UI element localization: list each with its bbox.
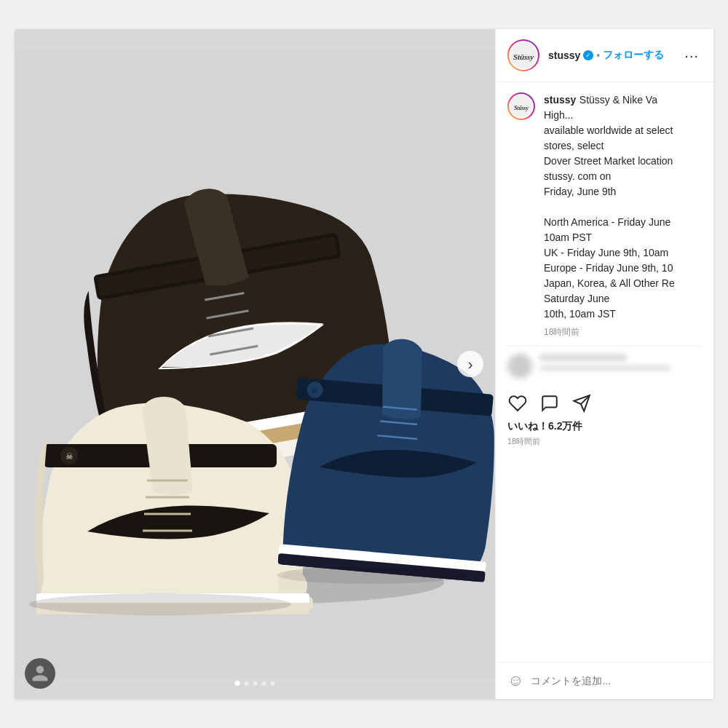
dot-4[interactable] — [262, 681, 266, 686]
like-button[interactable] — [507, 393, 528, 414]
post-time: 18時間前 — [496, 435, 713, 454]
commenter-name-blur — [539, 354, 627, 361]
post-image-container: ☠ — [15, 29, 495, 699]
slide-dots — [235, 681, 275, 686]
likes-count[interactable]: いいね！6.2万件 — [507, 420, 582, 432]
story-avatar[interactable] — [25, 658, 55, 689]
caption-username[interactable]: stussy — [544, 94, 576, 106]
post-info-panel: Stüssy stussy ✓ • フォローする ··· — [495, 29, 713, 699]
caption-body: available worldwide at select stores, se… — [544, 124, 675, 320]
more-options-icon[interactable]: ··· — [681, 47, 702, 64]
next-slide-button[interactable] — [457, 351, 483, 377]
caption-block: Stüssy stussy Stüssy & Nike VaHigh... av… — [496, 82, 713, 346]
verified-badge: ✓ — [583, 50, 593, 60]
comment-button[interactable] — [539, 393, 560, 414]
share-button[interactable] — [571, 393, 592, 414]
dot-3[interactable] — [253, 681, 258, 686]
header-username[interactable]: stussy — [548, 50, 580, 61]
header-avatar-ring[interactable]: Stüssy — [507, 39, 539, 71]
dot-1[interactable] — [235, 681, 240, 686]
svg-text:☠: ☠ — [311, 386, 319, 395]
post-body: Stüssy stussy Stüssy & Nike VaHigh... av… — [496, 82, 713, 662]
comment-text — [539, 354, 702, 371]
svg-text:☠: ☠ — [66, 451, 74, 462]
svg-text:Stüssy: Stüssy — [514, 105, 529, 111]
dot-separator: • — [596, 50, 600, 61]
caption-avatar-logo: Stüssy — [510, 95, 532, 117]
dot-2[interactable] — [245, 681, 249, 686]
emoji-button[interactable]: ☺ — [507, 671, 523, 690]
follow-button[interactable]: フォローする — [603, 49, 664, 62]
dot-5[interactable] — [271, 681, 275, 686]
svg-text:Stüssy: Stüssy — [513, 52, 534, 61]
instagram-post-card: ☠ — [15, 29, 713, 699]
caption-time: 18時間前 — [544, 326, 702, 339]
sneaker-image: ☠ — [15, 29, 495, 699]
likes-row: いいね！6.2万件 — [496, 418, 713, 435]
header-avatar-logo: Stüssy — [510, 42, 537, 68]
svg-point-34 — [277, 566, 466, 584]
comment-body-blur — [539, 365, 670, 371]
header-text-block: stussy ✓ • フォローする — [548, 49, 673, 62]
comment-input-row: ☺ — [496, 662, 713, 699]
caption-avatar-ring[interactable]: Stüssy — [507, 92, 535, 120]
actions-bar — [496, 386, 713, 418]
comment-preview — [496, 347, 713, 386]
comment-input[interactable] — [531, 675, 702, 687]
commenter-avatar — [507, 354, 532, 379]
svg-point-33 — [29, 593, 291, 615]
caption-text-block: stussy Stüssy & Nike VaHigh... available… — [544, 92, 702, 339]
post-header: Stüssy stussy ✓ • フォローする ··· — [496, 29, 713, 82]
